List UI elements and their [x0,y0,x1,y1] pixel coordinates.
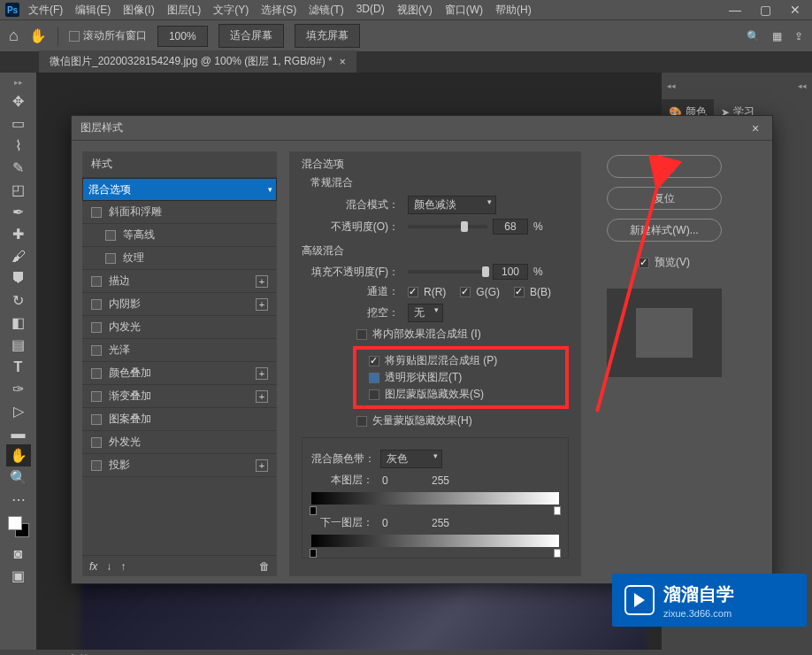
style-bevel[interactable]: 斜面和浮雕 [82,201,277,224]
brush-tool[interactable]: 🖌 [6,245,31,267]
minimize-icon[interactable]: — [729,4,741,16]
maximize-icon[interactable]: ▢ [759,4,771,16]
this-layer-ramp[interactable] [311,492,559,505]
style-satin[interactable]: 光泽 [82,339,277,362]
arrow-down-icon[interactable]: ↓ [106,560,111,573]
hand-tool-icon[interactable]: ✋ [29,27,47,44]
close-icon[interactable]: ✕ [789,4,801,16]
style-blending-options[interactable]: 混合选项 [82,178,277,201]
style-contour[interactable]: 等高线 [82,224,277,247]
menu-select[interactable]: 选择(S) [261,3,296,18]
type-tool[interactable]: T [6,356,31,378]
channel-r-check[interactable] [408,287,418,297]
quick-select-tool[interactable]: ✎ [6,157,31,179]
style-inner-glow[interactable]: 内发光 [82,316,277,339]
style-drop-shadow[interactable]: 投影+ [82,454,277,477]
menu-layer[interactable]: 图层(L) [167,3,202,18]
hand-tool[interactable]: ✋ [6,444,31,466]
arrange-icon[interactable]: ▦ [772,30,782,42]
eraser-tool[interactable]: ◧ [6,312,31,334]
path-select-tool[interactable]: ▷ [6,400,31,422]
knockout-select[interactable]: 无 [408,304,443,322]
separator [57,27,58,46]
menu-view[interactable]: 视图(V) [397,3,433,18]
style-gradient-overlay[interactable]: 渐变叠加+ [82,385,277,408]
arrow-up-icon[interactable]: ↑ [120,560,126,573]
watermark: 溜溜自学 zixue.3d66.com [612,574,807,627]
toolbox-collapse-icon[interactable]: ▸▸ [14,78,23,87]
cancel-button[interactable]: 复位 [607,187,722,210]
screen-mode[interactable]: ▣ [6,565,31,587]
menu-edit[interactable]: 编辑(E) [75,3,111,18]
fill-opacity-label: 填充不透明度(F)： [302,265,399,280]
add-icon[interactable]: + [256,298,268,311]
channel-g-check[interactable] [460,287,471,297]
pen-tool[interactable]: ✑ [6,378,31,400]
tab-close-icon[interactable]: × [340,56,346,68]
ok-button[interactable]: 确定 [607,155,722,178]
dialog-close-icon[interactable]: × [747,121,763,135]
crop-tool[interactable]: ◰ [6,179,31,201]
lasso-tool[interactable]: ⌇ [6,135,31,157]
channel-b-check[interactable] [514,287,525,297]
fill-opacity-slider[interactable] [408,270,487,274]
new-style-button[interactable]: 新建样式(W)... [607,219,722,242]
zoom-tool[interactable]: 🔍 [6,466,31,489]
under-layer-ramp[interactable] [311,535,559,547]
style-pattern-overlay[interactable]: 图案叠加 [82,408,277,431]
home-icon[interactable]: ⌂ [9,27,19,45]
fx-icon[interactable]: fx [89,560,97,573]
trash-icon[interactable]: 🗑 [259,560,270,573]
blend-clipped-check[interactable] [369,356,379,366]
menu-filter[interactable]: 滤镜(T) [309,3,343,18]
edit-toolbar[interactable]: ⋯ [6,489,31,511]
color-swatches[interactable] [8,516,29,537]
document-tab[interactable]: 微信图片_20200328154249.jpg @ 100% (图层 1, RG… [39,50,356,73]
transparency-shapes-check[interactable] [369,373,379,383]
blend-if-select[interactable]: 灰色 [380,450,442,468]
healing-tool[interactable]: ✚ [6,223,31,245]
panel-collapse-icon[interactable]: ◂◂ [798,81,807,90]
search-icon[interactable]: 🔍 [747,30,760,42]
fill-opacity-input[interactable]: 100 [493,264,528,280]
menu-image[interactable]: 图像(I) [123,3,154,18]
fit-screen-button[interactable]: 适合屏幕 [218,24,284,48]
add-icon[interactable]: + [256,459,268,472]
opacity-input[interactable]: 68 [493,219,528,235]
style-color-overlay[interactable]: 颜色叠加+ [82,362,277,385]
style-outer-glow[interactable]: 外发光 [82,431,277,454]
menu-file[interactable]: 文件(F) [28,3,63,18]
style-texture[interactable]: 纹理 [82,247,277,270]
menu-3d[interactable]: 3D(D) [356,3,385,18]
add-icon[interactable]: + [256,367,268,380]
add-icon[interactable]: + [256,275,268,288]
menu-bar: 文件(F) 编辑(E) 图像(I) 图层(L) 文字(Y) 选择(S) 滤镜(T… [28,3,729,18]
stamp-tool[interactable]: ⛊ [6,267,31,289]
layer-mask-check[interactable] [369,389,379,400]
opacity-slider[interactable] [408,225,487,228]
preview-check[interactable] [639,258,649,268]
move-tool[interactable]: ✥ [6,90,31,112]
fill-screen-button[interactable]: 填充屏幕 [295,24,360,48]
style-stroke[interactable]: 描边+ [82,270,277,293]
history-brush-tool[interactable]: ↻ [6,289,31,312]
menu-type[interactable]: 文字(Y) [213,3,249,18]
share-icon[interactable]: ⇪ [794,30,803,42]
status-doc[interactable]: 文档：1.46M/1.94M [68,652,162,656]
menu-help[interactable]: 帮助(H) [495,3,532,18]
status-bar: 100% 文档：1.46M/1.94M ▸ [0,650,812,655]
quick-mask[interactable]: ◙ [6,543,31,565]
marquee-tool[interactable]: ▭ [6,112,31,135]
menu-window[interactable]: 窗口(W) [445,3,483,18]
shape-tool[interactable]: ▬ [6,422,31,444]
blend-mode-select[interactable]: 颜色减淡 [408,196,496,214]
panel-collapse-icon[interactable]: ◂◂ [667,81,676,90]
scroll-all-check[interactable]: 滚动所有窗口 [69,28,147,43]
blend-interior-check[interactable] [356,329,367,340]
style-inner-shadow[interactable]: 内阴影+ [82,293,277,316]
zoom-level[interactable]: 100% [157,26,208,47]
eyedropper-tool[interactable]: ✒ [6,201,31,223]
vector-mask-check[interactable] [356,416,367,427]
add-icon[interactable]: + [256,390,268,403]
gradient-tool[interactable]: ▤ [6,334,31,356]
